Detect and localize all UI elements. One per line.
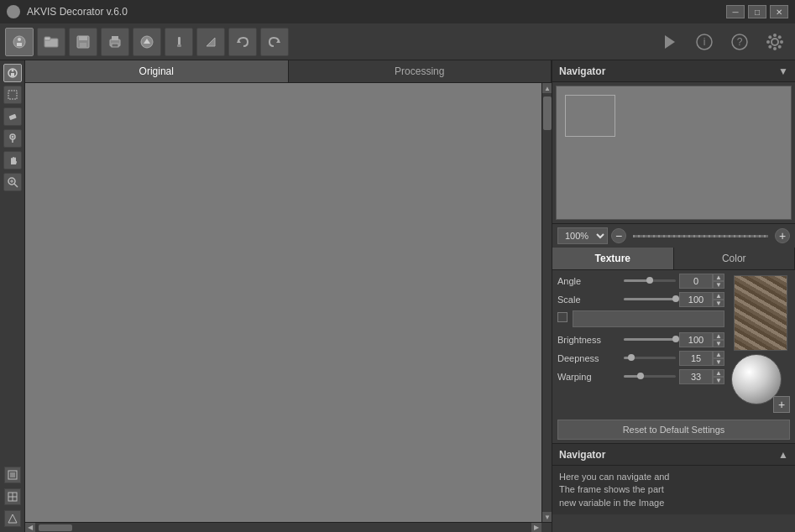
settings-gear-button[interactable] <box>760 28 790 56</box>
tab-texture[interactable]: Texture <box>552 248 674 269</box>
zoom-tool-button[interactable] <box>3 173 22 191</box>
scroll-up-arrow[interactable]: ▲ <box>542 83 552 93</box>
vertical-scrollbar[interactable]: ▲ ▼ <box>541 83 552 522</box>
svg-rect-7 <box>80 43 86 47</box>
scale-input[interactable]: 100 <box>679 292 713 307</box>
scroll-thumb-h[interactable] <box>39 524 72 531</box>
horizontal-scrollbar[interactable]: ◀ ▶ <box>25 522 552 532</box>
scale-slider-container <box>624 298 676 302</box>
canvas-content[interactable] <box>25 83 541 522</box>
bottom-tools-2 <box>1 487 24 507</box>
bottom-tool-2[interactable] <box>4 488 21 505</box>
bottom-tool-3[interactable] <box>4 510 21 527</box>
gear-icon <box>766 33 784 51</box>
play-button[interactable] <box>654 28 684 56</box>
eraser-tool-icon <box>7 111 18 123</box>
brightness-spin-up[interactable]: ▲ <box>713 332 724 340</box>
warping-input[interactable]: 33 <box>679 369 713 384</box>
minimize-button[interactable]: ─ <box>726 5 745 18</box>
stamp-tool-button[interactable] <box>3 129 22 148</box>
main-layout: Original Processing ▲ ▼ ◀ ▶ <box>0 60 795 532</box>
scale-slider[interactable] <box>624 298 676 300</box>
zoom-select[interactable]: 100% 25% 50% 75% 150% 200% <box>557 227 608 244</box>
warping-slider[interactable] <box>624 375 676 378</box>
right-panel: Navigator ▼ 100% 25% 50% 75% 150% 200% −… <box>552 60 795 532</box>
eraser-tool-button[interactable] <box>3 107 22 126</box>
hand-tool-button[interactable] <box>3 151 22 170</box>
import-button[interactable] <box>133 28 161 56</box>
angle-row: Angle 0 ▲ ▼ <box>557 274 724 289</box>
deepness-spin-down[interactable]: ▼ <box>713 358 724 366</box>
tab-processing[interactable]: Processing <box>289 60 552 82</box>
brightness-spin-down[interactable]: ▼ <box>713 340 724 347</box>
zoom-in-button[interactable]: + <box>775 228 790 243</box>
angle-spin-down[interactable]: ▼ <box>713 281 724 289</box>
svg-marker-49 <box>8 514 17 523</box>
title-bar-left: AKVIS Decorator v.6.0 <box>7 5 128 18</box>
warping-slider-thumb[interactable] <box>637 373 644 379</box>
hand-icon <box>7 154 18 166</box>
svg-rect-2 <box>17 43 22 46</box>
svg-point-29 <box>778 44 782 48</box>
svg-rect-35 <box>8 91 17 99</box>
angle-slider-thumb[interactable] <box>646 277 653 284</box>
save-button[interactable] <box>69 28 97 56</box>
angle-slider-container <box>624 279 676 284</box>
add-material-button[interactable]: + <box>773 396 790 413</box>
angle-input[interactable]: 0 <box>679 274 713 289</box>
angle-spin-up[interactable]: ▲ <box>713 274 724 281</box>
open-folder-button[interactable] <box>37 28 65 56</box>
scroll-down-arrow[interactable]: ▼ <box>542 512 552 522</box>
scroll-left-arrow[interactable]: ◀ <box>25 523 35 533</box>
maximize-button[interactable]: □ <box>748 5 766 18</box>
texture-color-tabs: Texture Color <box>552 248 795 270</box>
brightness-input[interactable]: 100 <box>679 332 713 347</box>
texture-name-input[interactable] <box>573 310 724 327</box>
info-button[interactable]: i <box>689 28 719 56</box>
open-file-button[interactable] <box>5 28 34 56</box>
zoom-out-button[interactable]: − <box>611 228 626 243</box>
scroll-track-h[interactable] <box>35 524 531 532</box>
navigator-collapse-icon[interactable]: ▼ <box>778 65 788 77</box>
scale-slider-thumb[interactable] <box>672 295 679 302</box>
tab-color[interactable]: Color <box>674 248 796 269</box>
marquee-tool-button[interactable] <box>3 86 22 104</box>
print-button[interactable] <box>101 28 129 56</box>
brightness-slider[interactable] <box>624 338 676 341</box>
warping-spin-down[interactable]: ▼ <box>713 377 724 384</box>
help-button[interactable]: ? <box>724 28 755 56</box>
scale-spin-down[interactable]: ▼ <box>713 300 724 307</box>
open-file-icon <box>12 34 27 50</box>
bottom-tool-1[interactable] <box>4 467 21 483</box>
deepness-input[interactable]: 15 <box>679 351 713 366</box>
close-button[interactable]: ✕ <box>770 5 788 18</box>
zoom-slider[interactable] <box>633 235 768 237</box>
tab-original[interactable]: Original <box>25 60 289 82</box>
angle-slider[interactable] <box>624 279 676 282</box>
deepness-slider-thumb[interactable] <box>628 354 635 361</box>
undo-button[interactable] <box>228 28 257 56</box>
texture-checkbox[interactable] <box>557 312 567 322</box>
selection-tool-button[interactable] <box>3 64 22 82</box>
paintbrush-button[interactable] <box>165 28 193 56</box>
eraser-button[interactable] <box>196 28 225 56</box>
scroll-thumb-v[interactable] <box>543 96 552 130</box>
brightness-slider-thumb[interactable] <box>672 336 679 342</box>
redo-button[interactable] <box>260 28 289 56</box>
settings-left: Angle 0 ▲ ▼ Scale <box>557 274 724 413</box>
deepness-spin-up[interactable]: ▲ <box>713 351 724 358</box>
deepness-slider[interactable] <box>624 357 676 359</box>
scroll-right-arrow[interactable]: ▶ <box>531 523 541 533</box>
left-panel <box>0 60 25 532</box>
brightness-row: Brightness 100 ▲ ▼ <box>557 332 724 347</box>
warping-spin-up[interactable]: ▲ <box>713 369 724 377</box>
scroll-track-v[interactable] <box>542 93 552 512</box>
toolbar: i ? <box>0 23 795 60</box>
svg-point-27 <box>780 40 783 44</box>
save-icon <box>76 35 90 49</box>
full-settings: Angle 0 ▲ ▼ Scale <box>552 270 795 416</box>
bottom-nav-collapse-icon[interactable]: ▲ <box>778 449 788 461</box>
reset-button[interactable]: Reset to Default Settings <box>557 420 790 440</box>
scale-spin: ▲ ▼ <box>713 292 724 307</box>
scale-spin-up[interactable]: ▲ <box>713 292 724 300</box>
